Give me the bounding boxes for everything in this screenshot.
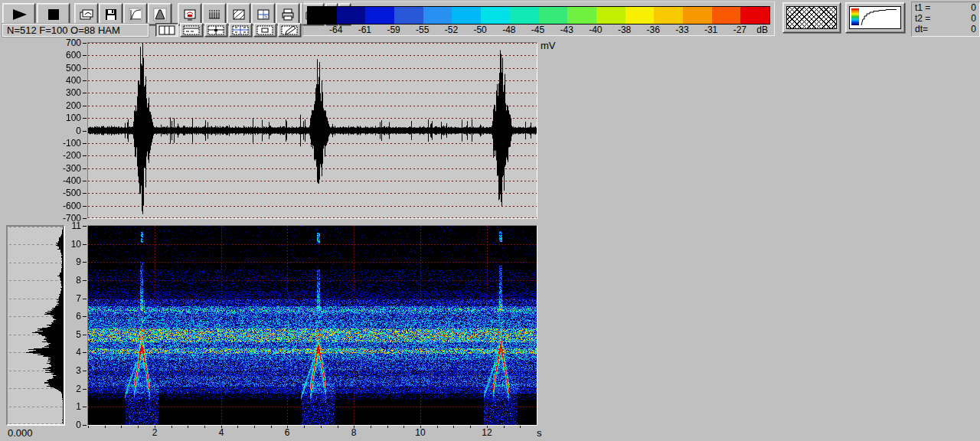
- spectrogram-y-tick-label: 6: [54, 312, 81, 322]
- waveform-y-tick-label: 400: [54, 76, 81, 86]
- layout-columns-icon: [158, 25, 176, 35]
- color-transfer-curve-button[interactable]: [845, 2, 905, 33]
- capture-button[interactable]: [74, 3, 98, 25]
- dt-value: 0: [971, 24, 976, 34]
- waveform-y-tick-label: 100: [54, 113, 81, 123]
- peak-icon: [152, 7, 168, 22]
- waveform-y-tick-label: 600: [54, 51, 81, 60]
- print-button[interactable]: [276, 3, 299, 25]
- axis-tick: [83, 168, 87, 169]
- waveform-y-tick-label: -500: [54, 188, 81, 198]
- axis-tick: [83, 244, 87, 245]
- spectrogram-y-tick-label: 8: [54, 276, 81, 286]
- play-icon: [8, 8, 31, 21]
- spectrogram-x-tick-label: 6: [274, 428, 300, 438]
- layout-top-bar-button[interactable]: [180, 23, 203, 37]
- readout-row-dt: dt= 0: [912, 24, 979, 34]
- legend-color-segment: [740, 7, 769, 24]
- legend-color-segment: [539, 7, 568, 24]
- layout-inset-button[interactable]: [253, 23, 276, 37]
- play-button[interactable]: [2, 3, 35, 25]
- legend-color-segment: [423, 7, 452, 24]
- pattern-display-button[interactable]: [227, 3, 250, 25]
- legend-unit-label: dB: [756, 24, 768, 35]
- axis-tick: [83, 55, 87, 56]
- legend-color-segment: [596, 7, 626, 24]
- peak-display-button[interactable]: [148, 3, 172, 25]
- waveform-y-tick-label: -400: [54, 176, 81, 186]
- save-button[interactable]: [99, 3, 122, 25]
- axis-tick: [83, 262, 87, 263]
- layout-grid-button[interactable]: [204, 23, 227, 37]
- legend-tick-label: -43: [554, 24, 580, 35]
- average-spectrum-panel[interactable]: [6, 225, 65, 426]
- spectrogram-y-tick-label: 7: [54, 294, 81, 304]
- gain-curve-button[interactable]: [123, 3, 147, 25]
- toolbar-row2: [155, 23, 301, 37]
- svg-text:s: s: [264, 12, 268, 20]
- legend-tick-label: -50: [467, 24, 493, 35]
- hatch-pattern-button[interactable]: [782, 2, 841, 33]
- legend-tick-label: -61: [351, 24, 377, 35]
- color-scale-legend: dB -64-61-59-55-52-50-48-45-43-40-38-36-…: [302, 2, 775, 36]
- spectrogram-x-tick-label: 2: [142, 428, 168, 438]
- layout-cross-button[interactable]: [229, 23, 252, 37]
- edit-button[interactable]: [278, 23, 301, 37]
- legend-color-segment: [510, 7, 539, 24]
- spectrogram-plot-frame: [87, 225, 537, 426]
- legend-tick-label: -40: [583, 24, 609, 35]
- cursor-readout-panel: t1 = 0 t2 = 0 dt= 0: [911, 2, 980, 37]
- legend-tick-label: -48: [496, 24, 522, 35]
- gain-curve-icon: [128, 7, 143, 22]
- axis-tick: [83, 43, 87, 44]
- pattern-box-icon: [231, 7, 247, 22]
- time-axis-unit-label: s: [537, 427, 542, 439]
- t2-value: 0: [971, 13, 976, 24]
- legend-tick-label: -64: [323, 24, 349, 35]
- waveform-y-tick-label: 300: [54, 88, 81, 98]
- legend-tick-label: -31: [698, 24, 724, 35]
- legend-tick-label: -38: [612, 24, 638, 35]
- spectrogram-plot[interactable]: [88, 226, 537, 425]
- waveform-y-tick-label: -600: [54, 201, 81, 211]
- t1-label: t1 =: [915, 2, 930, 13]
- waveform-y-tick-label: -200: [54, 151, 81, 161]
- axis-tick: [83, 206, 87, 207]
- spectrogram-x-tick-label: 12: [474, 428, 500, 438]
- comb-display-button[interactable]: [202, 3, 226, 25]
- legend-color-segment: [337, 7, 366, 24]
- spectrogram-y-tick-label: 0: [54, 420, 81, 430]
- status-field[interactable]: N=512 F=100 O=88 HAM: [2, 24, 149, 37]
- axis-tick: [83, 181, 87, 181]
- monitor-button[interactable]: [178, 3, 201, 25]
- spectrogram-x-tick-label: 8: [341, 428, 367, 438]
- signal-settings-button[interactable]: s: [251, 3, 275, 25]
- legend-color-segment: [683, 7, 712, 24]
- waveform-y-tick-label: 0: [54, 126, 81, 136]
- spectrogram-x-tick-label: 10: [407, 428, 433, 438]
- spectrogram-y-tick-label: 11: [54, 221, 81, 231]
- axis-tick: [83, 143, 87, 144]
- axis-tick: [83, 93, 87, 93]
- stop-button[interactable]: [37, 3, 70, 25]
- waveform-y-tick-label: 200: [54, 101, 81, 111]
- legend-tick-label: -55: [410, 24, 436, 35]
- axis-tick: [83, 299, 87, 299]
- monitor-icon: [181, 7, 198, 22]
- legend-tick-label: -52: [438, 24, 464, 35]
- waveform-plot-frame: [87, 42, 537, 219]
- axis-tick: [83, 131, 87, 132]
- layout-inset-icon: [256, 25, 274, 35]
- comb-icon: [207, 7, 222, 22]
- axis-tick: [83, 80, 87, 81]
- layout-columns-button[interactable]: [155, 23, 178, 37]
- spectrogram-y-tick-label: 10: [54, 240, 81, 250]
- capture-icon: [78, 7, 95, 22]
- legend-tick-label: -33: [669, 24, 695, 35]
- axis-tick: [83, 335, 87, 335]
- legend-color-segment: [626, 7, 655, 24]
- waveform-plot[interactable]: [88, 43, 537, 218]
- legend-tick-label: -59: [381, 24, 407, 35]
- legend-color-segment: [567, 7, 596, 24]
- axis-tick: [83, 371, 87, 371]
